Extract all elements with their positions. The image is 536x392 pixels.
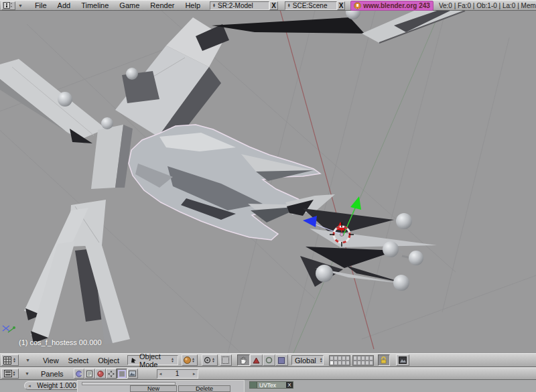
layer-cell[interactable] — [369, 356, 373, 361]
viewport-header-collapse-icon[interactable]: ▼ — [23, 358, 33, 363]
menu-render[interactable]: Render — [145, 1, 180, 9]
frame-increment-icon[interactable]: ► — [192, 372, 196, 376]
scene-picture-icon — [129, 371, 136, 377]
layer-buttons-group-1[interactable] — [329, 355, 350, 366]
pivot-stepper-icon: ▲▼ — [211, 358, 216, 363]
translate-manipulator-button[interactable] — [250, 354, 263, 366]
info-window-type-button[interactable] — [1, 1, 15, 10]
menu-timeline[interactable]: Timeline — [76, 1, 114, 9]
weight-field-value: Weight 1.000 — [37, 382, 76, 389]
screen-selector[interactable]: ▲▼ SR:2-Model — [210, 1, 269, 10]
scene-browse-icon[interactable]: ▲▼ — [287, 3, 291, 8]
pivot-rotation-icon — [204, 356, 211, 364]
delete-button[interactable]: Delete — [178, 385, 230, 392]
shading-stepper-icon: ▲▼ — [191, 358, 196, 363]
shading-context-button[interactable] — [95, 369, 106, 379]
blender-logo-icon — [354, 2, 361, 9]
buttons-header-collapse-icon[interactable]: ▼ — [22, 371, 32, 376]
transform-space-dropdown[interactable]: Global ▲▼ — [291, 355, 324, 365]
mode-stepper-icon: ▲▼ — [170, 358, 175, 363]
grid-lines — [0, 11, 536, 353]
object-arrows-icon — [108, 371, 115, 377]
buttons-window-header: ▲▼ ▼ Panels — [0, 367, 536, 380]
screen-browse-icon[interactable]: ▲▼ — [212, 3, 216, 8]
pivot-point-button[interactable]: ▲▼ — [202, 354, 218, 366]
manipulator-blue-arrowhead[interactable] — [303, 216, 317, 227]
snap-dotted-square-icon — [222, 356, 229, 364]
viewport-menubar: View Select Object — [38, 356, 124, 365]
layer-buttons-group-2[interactable] — [352, 355, 374, 366]
logic-context-button[interactable] — [74, 369, 84, 379]
uvtex-field[interactable]: UVTex X — [249, 381, 293, 389]
uvtex-field-value: UVTex — [257, 382, 286, 389]
hand-icon — [240, 356, 247, 365]
object-mode-icon — [131, 357, 137, 363]
logic-pacman-icon — [76, 371, 82, 377]
header-collapse-icon[interactable]: ▼ — [15, 3, 25, 8]
editing-context-button[interactable] — [117, 369, 127, 379]
3d-view-grid-icon — [3, 356, 12, 365]
buttons-window-icon — [4, 370, 12, 377]
blender-version-badge[interactable]: www.blender.org 243 — [350, 1, 433, 11]
menu-select[interactable]: Select — [64, 356, 94, 365]
3d-viewport[interactable]: (1) cos_f_hostess 00.000 — [0, 11, 536, 353]
scene-selector-value: SCE:Scene — [293, 2, 328, 9]
frame-number-stepper[interactable]: ◄ 1 ► — [157, 369, 198, 379]
weight-decrement-icon[interactable]: ◄ — [27, 384, 31, 388]
menu-help[interactable]: Help — [180, 1, 206, 9]
manipulator-toggle-button[interactable] — [237, 354, 250, 366]
object-context-button[interactable] — [106, 369, 117, 379]
editor-type-stepper-icon: ▲▼ — [12, 358, 17, 363]
transform-space-value: Global — [295, 356, 316, 365]
scale-square-icon — [278, 357, 285, 364]
mode-selector-value: Object Mode — [139, 352, 168, 369]
scene-delete-button[interactable]: X — [337, 1, 345, 10]
menu-object[interactable]: Object — [93, 356, 124, 365]
translate-triangle-icon — [253, 357, 260, 364]
viewport-shading-button[interactable]: ▲▼ — [182, 354, 198, 366]
menu-game[interactable]: Game — [114, 1, 145, 9]
space-stepper-icon: ▲▼ — [319, 358, 324, 363]
scene-context-button[interactable] — [127, 369, 138, 379]
editing-square-icon — [118, 370, 126, 378]
axis-line-y-green — [293, 14, 439, 353]
frame-number-value: 1 — [176, 370, 180, 377]
buttons-editor-stepper-icon: ▲▼ — [12, 371, 17, 376]
uvtex-color-swatch[interactable] — [250, 382, 257, 388]
editor-type-button[interactable]: ▲▼ — [1, 354, 19, 366]
scene-selector[interactable]: ▲▼ SCE:Scene — [285, 1, 337, 10]
rotate-manipulator-button[interactable] — [263, 354, 275, 366]
buttons-window-content: ◄ Weight 1.000 ► New Delete UVTex X — [0, 380, 536, 392]
viewport-header: ▲▼ ▼ View Select Object Object Mode ▲▼ ▲… — [0, 353, 536, 367]
screen-delete-button[interactable]: X — [269, 1, 277, 10]
shading-sphere-icon — [184, 356, 191, 364]
new-button[interactable]: New — [130, 385, 177, 392]
main-menubar: File Add Timeline Game Render Help — [29, 1, 206, 9]
buttons-context-group — [74, 369, 138, 379]
lock-layers-button[interactable] — [378, 354, 390, 366]
layer-cell[interactable] — [369, 361, 373, 365]
info-icon — [3, 2, 13, 9]
3d-model-structure — [0, 11, 465, 344]
menu-panels[interactable]: Panels — [36, 370, 68, 378]
menu-view[interactable]: View — [38, 356, 64, 365]
render-image-icon — [399, 356, 407, 364]
script-context-button[interactable] — [84, 369, 95, 379]
menu-file[interactable]: File — [29, 1, 52, 9]
uvtex-delete-button[interactable]: X — [286, 382, 293, 388]
mode-selector-dropdown[interactable]: Object Mode ▲▼ — [127, 355, 178, 365]
menu-add[interactable]: Add — [52, 1, 76, 9]
scene-statistics: Ve:0 | Fa:0 | Ob:1-0 | La:0 | Mem:1 — [439, 2, 536, 9]
scale-manipulator-button[interactable] — [275, 354, 288, 366]
layer-cell[interactable] — [346, 356, 350, 361]
snap-button[interactable] — [220, 354, 232, 366]
material-sphere-icon — [97, 371, 104, 377]
layer-cell[interactable] — [346, 361, 350, 365]
version-badge-label: www.blender.org 243 — [363, 2, 430, 9]
selected-mesh[interactable] — [129, 125, 320, 240]
3d-scene-canvas[interactable] — [0, 11, 536, 353]
render-preview-button[interactable] — [396, 354, 409, 366]
active-object-info: (1) cos_f_hostess 00.000 — [19, 338, 102, 346]
frame-decrement-icon[interactable]: ◄ — [159, 372, 163, 376]
buttons-editor-type-button[interactable]: ▲▼ — [1, 369, 19, 379]
